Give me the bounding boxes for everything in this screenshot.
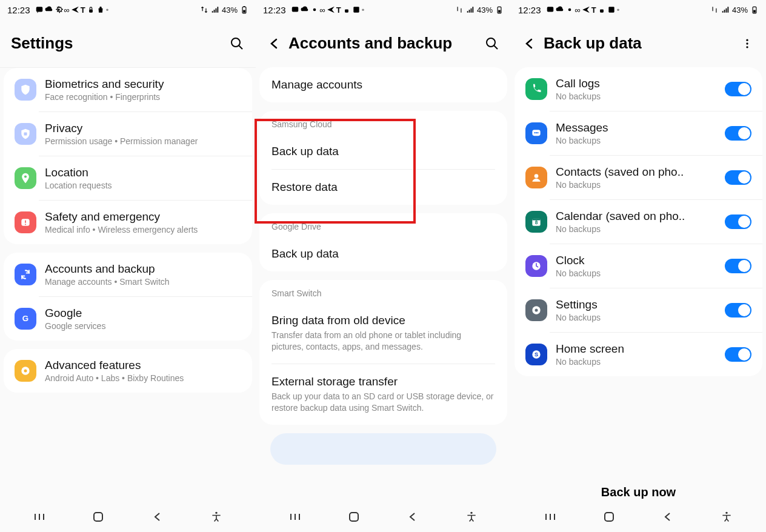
- item-label: Call logs: [556, 77, 721, 90]
- external-storage-item[interactable]: External storage transfer Back up your d…: [259, 364, 507, 425]
- backup-item-contacts[interactable]: Contacts (saved on pho.. No backups: [515, 156, 762, 199]
- item-label: Safety and emergency: [45, 210, 241, 224]
- settings-list: Biometrics and security Face recognition…: [0, 68, 256, 502]
- item-label: Contacts (saved on pho..: [556, 165, 721, 179]
- data-icon: [455, 5, 464, 14]
- nav-recents-icon[interactable]: [542, 508, 559, 525]
- item-label: Privacy: [45, 122, 241, 135]
- data-icon: [710, 5, 719, 14]
- toggle-switch[interactable]: [725, 214, 751, 229]
- toggle-switch[interactable]: [725, 347, 751, 362]
- send-icon: [71, 5, 79, 14]
- battery-pct: 43%: [477, 5, 493, 15]
- svg-rect-39: [753, 10, 756, 13]
- page-title: Settings: [11, 34, 223, 53]
- backup-item-messages[interactable]: Messages No backups: [515, 111, 762, 155]
- samsung-restore-data-item[interactable]: Restore data: [259, 170, 507, 205]
- item-sub: Google services: [45, 321, 241, 331]
- settings-item-biometrics[interactable]: Biometrics and security Face recognition…: [4, 68, 252, 111]
- svg-rect-34: [547, 7, 553, 12]
- screen-accounts-backup: 12:23 ∞ T • 43% Accounts and backup: [256, 0, 511, 532]
- status-bar: 12:23 ∞ T • 43%: [256, 0, 511, 19]
- svg-rect-37: [608, 7, 614, 12]
- dot-icon: •: [362, 6, 365, 14]
- voicemail-icon: ∞: [64, 6, 70, 14]
- backup-item-calendar[interactable]: 8 Calendar (saved on pho.. No backups: [515, 200, 762, 244]
- toggle-switch[interactable]: [725, 303, 751, 318]
- chat-icon: [35, 5, 44, 14]
- nav-back-icon[interactable]: [659, 508, 676, 525]
- messages-icon: [525, 122, 547, 144]
- back-up-now-button[interactable]: Back up now: [511, 473, 766, 502]
- nav-back-icon[interactable]: [149, 508, 166, 525]
- settings-item-privacy[interactable]: Privacy Permission usage • Permission ma…: [4, 112, 252, 156]
- settings-item-advanced[interactable]: Advanced features Android Auto • Labs • …: [4, 349, 252, 393]
- google-back-up-data-item[interactable]: Back up data: [259, 236, 507, 271]
- backup-item-clock[interactable]: Clock No backups: [515, 244, 762, 288]
- svg-point-60: [726, 512, 728, 514]
- svg-point-6: [231, 38, 240, 47]
- calendar-icon: 8: [525, 211, 547, 233]
- lock-icon: [87, 5, 95, 14]
- bag-icon: [96, 5, 105, 14]
- bring-data-item[interactable]: Bring data from old device Transfer data…: [259, 303, 507, 364]
- more-icon[interactable]: [739, 36, 755, 52]
- samsung-back-up-data-item[interactable]: Back up data: [259, 134, 507, 169]
- settings-item-accounts-backup[interactable]: Accounts and backup Manage accounts • Sm…: [4, 253, 252, 296]
- manage-accounts-item[interactable]: Manage accounts: [259, 67, 507, 102]
- nav-accessibility-icon[interactable]: [208, 508, 225, 525]
- pill-area: [270, 433, 496, 465]
- back-up-now-label: Back up now: [601, 485, 676, 499]
- page-title: Accounts and backup: [288, 34, 478, 53]
- svg-rect-26: [498, 10, 501, 13]
- search-icon[interactable]: [484, 36, 500, 52]
- nav-home-icon[interactable]: [90, 508, 107, 525]
- settings-header: Settings: [0, 19, 256, 68]
- svg-rect-21: [291, 7, 298, 12]
- backup-item-settings[interactable]: Settings No backups: [515, 288, 762, 332]
- item-label: Back up data: [271, 145, 339, 158]
- backup-item-home-screen[interactable]: S Home screen No backups: [515, 333, 762, 376]
- chat-icon: [546, 5, 555, 14]
- svg-line-28: [494, 45, 498, 49]
- toggle-switch[interactable]: [725, 126, 751, 141]
- signal-icon: [211, 5, 219, 14]
- svg-point-47: [535, 174, 539, 178]
- back-icon[interactable]: [522, 36, 538, 52]
- settings-item-safety[interactable]: Safety and emergency Medical info • Wire…: [4, 201, 252, 244]
- backup-item-call-logs[interactable]: Call logs No backups: [515, 67, 762, 111]
- item-sub: No backups: [556, 224, 721, 234]
- svg-rect-0: [36, 7, 42, 12]
- settings-item-location[interactable]: Location Location requests: [4, 156, 252, 200]
- search-icon[interactable]: [229, 36, 245, 52]
- nav-back-icon[interactable]: [404, 508, 421, 525]
- nav-accessibility-icon[interactable]: [718, 508, 735, 525]
- svg-rect-19: [94, 513, 102, 521]
- alert-icon: [15, 211, 36, 233]
- item-label: Calendar (saved on pho..: [556, 210, 721, 223]
- nav-accessibility-icon[interactable]: [463, 508, 480, 525]
- nav-bar: [511, 502, 766, 532]
- signal-icon: [466, 5, 475, 14]
- item-desc: Transfer data from an old phone or table…: [271, 330, 495, 353]
- section-smart-switch: Smart Switch: [259, 280, 507, 303]
- item-sub: No backups: [556, 357, 721, 367]
- nav-bar: [0, 502, 256, 532]
- nav-recents-icon[interactable]: [31, 508, 48, 525]
- cloud-icon: [556, 5, 564, 14]
- settings-item-google[interactable]: G Google Google services: [4, 297, 252, 341]
- item-sub: No backups: [556, 91, 721, 101]
- nav-home-icon[interactable]: [345, 508, 362, 525]
- svg-point-27: [487, 38, 495, 47]
- toggle-switch[interactable]: [725, 170, 751, 185]
- toggle-switch[interactable]: [725, 82, 751, 96]
- back-icon[interactable]: [267, 36, 282, 52]
- toggle-switch[interactable]: [725, 259, 751, 273]
- nav-recents-icon[interactable]: [287, 508, 304, 525]
- item-label: Messages: [556, 121, 721, 135]
- nav-home-icon[interactable]: [601, 508, 618, 525]
- section-google-drive: Google Drive: [259, 213, 507, 236]
- send-icon: [327, 5, 335, 14]
- svg-rect-11: [25, 221, 26, 223]
- item-label: Settings: [556, 298, 721, 311]
